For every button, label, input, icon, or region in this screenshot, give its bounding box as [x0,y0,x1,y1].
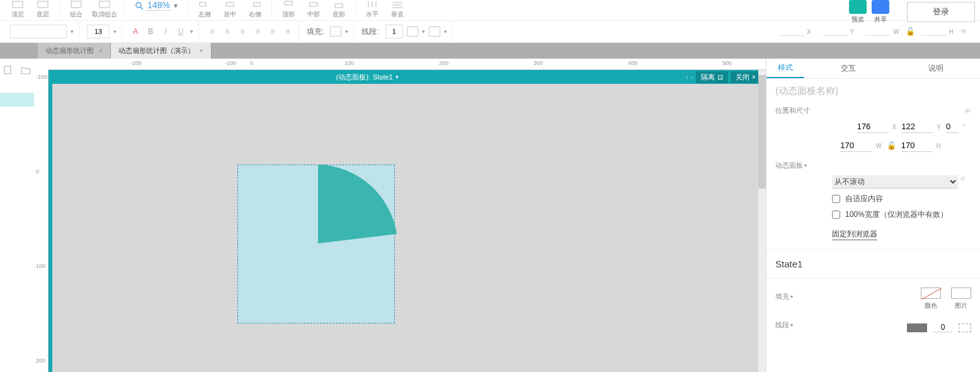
font-family-select[interactable] [10,25,67,38]
tab-style[interactable]: 样式 [766,59,804,78]
bold-icon[interactable]: B [145,26,156,37]
font-color-icon[interactable]: A [130,26,141,37]
folder-icon[interactable] [21,65,31,75]
preview-button[interactable]: 预览 [849,0,867,24]
chevron-down-icon[interactable]: ▾ [174,1,178,10]
file-icon[interactable] [3,65,13,75]
svg-rect-1 [38,1,48,8]
close-icon[interactable]: × [200,47,203,54]
line-color-swatch[interactable] [907,323,927,332]
svg-rect-18 [4,66,11,74]
size-w-input[interactable] [840,139,872,152]
h-input[interactable] [921,28,947,36]
dist-h-icon [366,0,379,9]
tab-notes[interactable]: 说明 [892,59,981,78]
chevron-down-icon[interactable]: ▾ [422,28,425,35]
top-layer-button[interactable]: 顶层 [5,0,30,20]
next-state-icon[interactable]: › [691,73,693,81]
chevron-down-icon[interactable]: ▾ [396,74,399,80]
share-button[interactable]: 共享 [872,0,889,24]
pin-browser-link[interactable]: 固定到浏览器 [832,229,877,240]
isolate-button[interactable]: 隔离⊡ [696,71,728,83]
valign-middle-icon[interactable]: ≡ [267,26,278,37]
align-text-center-icon[interactable]: ≡ [222,26,233,37]
left-sidebar [0,59,35,372]
svg-line-5 [140,7,143,9]
fit-content-checkbox[interactable]: 自适应内容 [832,194,971,204]
dist-v-icon [391,0,404,9]
dynamic-panel-bar: (动态面板): State1 ▾ ‹ › 隔离⊡ 关闭× [48,70,766,84]
x-input[interactable] [779,28,804,36]
rotation-input[interactable] [946,120,959,133]
chevron-down-icon[interactable]: ▾ [190,28,193,35]
underline-icon[interactable]: U [175,26,186,37]
y-input[interactable] [823,28,848,36]
align-right-icon [249,0,261,9]
page-tab[interactable]: 动态扇形统计图× [38,43,111,59]
chevron-down-icon[interactable]: ▾ [113,28,117,35]
layer-top-icon [11,0,24,9]
page-tab[interactable]: 动态扇形统计图（演示）× [111,43,212,59]
full-width-checkbox[interactable]: 100%宽度（仅浏览器中有效） [832,209,971,220]
lock-icon[interactable]: 🔓 [906,27,915,36]
tab-interactions[interactable]: 交互 [804,59,892,78]
pos-x-input[interactable] [857,120,889,133]
line-dash-option[interactable] [959,323,971,332]
italic-icon[interactable]: I [160,26,171,37]
close-icon[interactable]: × [99,47,103,54]
panel-state-name[interactable]: State1 [373,73,393,81]
group-button[interactable]: 组合 [64,0,89,20]
visibility-icon[interactable]: 👁 [960,27,967,36]
pie-wedge-shape[interactable] [305,165,397,247]
visibility-icon[interactable]: 👁 [964,107,971,115]
line-color-swatch[interactable] [407,26,418,37]
zoom-control[interactable]: 148% ▾ [135,0,178,11]
chevron-down-icon[interactable]: ▾ [345,28,348,35]
align-left-button[interactable]: 左侧 [192,0,217,20]
w-input[interactable] [865,28,891,36]
line-style-swatch[interactable] [429,26,440,37]
fill-image-option[interactable]: 图片 [951,288,971,310]
chevron-down-icon[interactable]: ▾ [444,28,447,35]
canvas[interactable]: (动态面板): State1 ▾ ‹ › 隔离⊡ 关闭× [48,70,766,372]
bottom-layer-button[interactable]: 底层 [30,0,55,20]
distribute-h-button[interactable]: 水平 [360,0,385,20]
page-tabs: 动态扇形统计图× 动态扇形统计图（演示）× [0,43,980,59]
chevron-down-icon[interactable]: ▾ [71,28,74,35]
panel-title-prefix: (动态面板): [336,73,370,82]
align-text-left-icon[interactable]: ≡ [207,26,218,37]
size-h-input[interactable] [901,139,933,152]
distribute-v-button[interactable]: 垂直 [385,0,410,20]
align-text-right-icon[interactable]: ≡ [237,26,248,37]
target-icon: ⊡ [717,73,723,81]
align-right-button[interactable]: 右侧 [242,0,268,20]
scroll-behavior-select[interactable]: 从不滚动 [832,175,958,189]
ungroup-button[interactable]: 取消组合 [89,0,120,20]
scrollbar-vertical[interactable] [758,70,766,372]
fill-color-option[interactable]: 颜色 [921,288,941,310]
svg-line-19 [921,288,942,299]
align-center-button[interactable]: 居中 [217,0,242,20]
align-bottom-button[interactable]: 底部 [326,0,351,20]
sidebar-selection[interactable] [0,93,34,107]
line-width-input[interactable] [933,323,952,332]
line-width-input[interactable] [385,25,403,38]
fill-color-swatch[interactable] [330,26,341,37]
align-top-icon [282,0,295,9]
state-name[interactable]: State1 [775,259,971,269]
valign-bottom-icon[interactable]: ≡ [282,26,293,37]
valign-top-icon[interactable]: ≡ [252,26,263,37]
align-top-button[interactable]: 顶部 [276,0,301,20]
lock-aspect-icon[interactable]: 🔓 [887,141,896,150]
zoom-value[interactable]: 148% [146,0,171,11]
svg-rect-0 [13,1,23,8]
login-button[interactable]: 登录 [907,2,975,22]
share-icon [872,0,889,14]
align-middle-button[interactable]: 中部 [301,0,326,20]
panel-name-placeholder[interactable]: (动态面板名称) [775,85,971,97]
close-panel-button[interactable]: 关闭× [731,71,761,83]
align-center-icon [224,0,236,9]
font-size-input[interactable] [87,25,110,38]
prev-state-icon[interactable]: ‹ [686,73,688,81]
pos-y-input[interactable] [901,120,933,133]
